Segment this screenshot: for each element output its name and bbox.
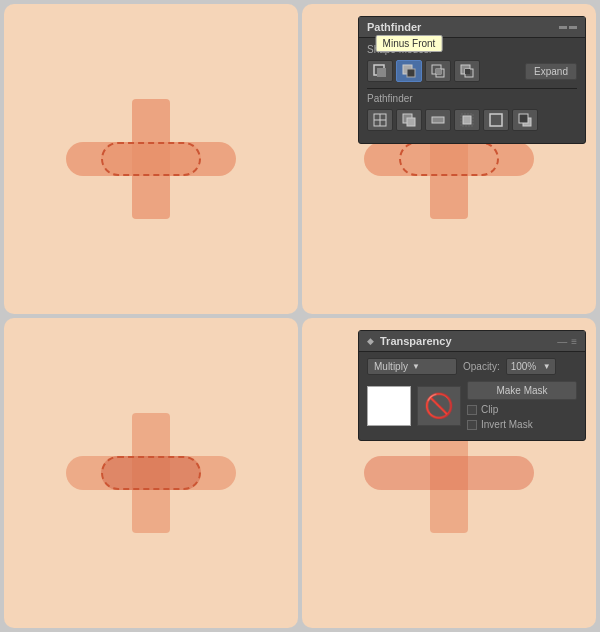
intersect-btn[interactable] <box>425 60 451 82</box>
svg-rect-6 <box>436 69 441 74</box>
outlined-shape-q3 <box>101 456 201 490</box>
transparency-panel-body: Multiply ▼ Opacity: 100% ▼ 🚫 Make Mask <box>359 352 585 440</box>
invert-mask-checkbox[interactable] <box>467 420 477 430</box>
transparency-panel: ◆ Transparency — ≡ Multiply ▼ Opacity: 1… <box>358 330 586 441</box>
pathfinder-panel: Pathfinder Shape Modes: Minus Front <box>358 16 586 144</box>
blend-opacity-row: Multiply ▼ Opacity: 100% ▼ <box>367 358 577 375</box>
no-mask-icon: 🚫 <box>424 392 454 420</box>
svg-rect-9 <box>465 69 470 74</box>
clip-checkbox[interactable] <box>467 405 477 415</box>
crop-btn[interactable] <box>454 109 480 131</box>
svg-rect-3 <box>407 69 415 77</box>
shape-illustration-q3 <box>66 413 236 533</box>
minus-front-tooltip: Minus Front <box>376 35 443 52</box>
mask-thumbnails-row: 🚫 Make Mask Clip Invert Mask <box>367 381 577 430</box>
layer-thumbnail <box>367 386 411 426</box>
svg-rect-14 <box>407 118 415 126</box>
quadrant-bottom-left <box>4 318 298 628</box>
horizontal-bar-q4 <box>364 456 534 490</box>
pathfinder-panel-body: Shape Modes: Minus Front Expand Pathfin <box>359 38 585 143</box>
outlined-shape-q2 <box>399 142 499 176</box>
opacity-label: Opacity: <box>463 361 500 372</box>
merge-btn[interactable] <box>425 109 451 131</box>
quadrant-top-left <box>4 4 298 314</box>
expand-button[interactable]: Expand <box>525 63 577 80</box>
panel-menu-icon[interactable]: ≡ <box>571 336 577 347</box>
exclude-btn[interactable] <box>454 60 480 82</box>
transparency-arrow-icon: ◆ <box>367 336 374 346</box>
pathfinder-panel-title: Pathfinder <box>367 21 421 33</box>
opacity-input[interactable]: 100% ▼ <box>506 358 556 375</box>
invert-mask-checkbox-row: Invert Mask <box>467 419 577 430</box>
shape-modes-row: Minus Front Expand <box>367 60 577 82</box>
panel-collapse-icon[interactable]: — <box>557 336 567 347</box>
svg-rect-18 <box>490 114 502 126</box>
invert-mask-label: Invert Mask <box>481 419 533 430</box>
svg-rect-15 <box>432 117 444 123</box>
transparency-controls: Make Mask Clip Invert Mask <box>467 381 577 430</box>
quadrant-top-right: Pathfinder Shape Modes: Minus Front <box>302 4 596 314</box>
panel-menu-dots[interactable] <box>559 26 577 29</box>
add-btn[interactable] <box>367 60 393 82</box>
quadrant-bottom-right: ◆ Transparency — ≡ Multiply ▼ Opacity: 1… <box>302 318 596 628</box>
minus-front-btn[interactable]: Minus Front <box>396 60 422 82</box>
clip-checkbox-row: Clip <box>467 404 577 415</box>
make-mask-button[interactable]: Make Mask <box>467 381 577 400</box>
trim-btn[interactable] <box>396 109 422 131</box>
mask-thumbnail: 🚫 <box>417 386 461 426</box>
panel-divider <box>367 88 577 89</box>
svg-rect-16 <box>463 116 471 124</box>
opacity-value: 100% <box>511 361 537 372</box>
blend-dropdown-arrow: ▼ <box>412 362 420 371</box>
shape-illustration-q1 <box>66 99 236 219</box>
blend-mode-dropdown[interactable]: Multiply ▼ <box>367 358 457 375</box>
pathfinder-label: Pathfinder <box>367 93 577 104</box>
svg-rect-20 <box>519 114 528 123</box>
clip-label: Clip <box>481 404 498 415</box>
pathfinder-row <box>367 109 577 131</box>
minus-back-btn[interactable] <box>512 109 538 131</box>
blend-mode-value: Multiply <box>374 361 408 372</box>
svg-rect-1 <box>377 68 386 77</box>
opacity-dropdown-arrow: ▼ <box>543 362 551 371</box>
transparency-panel-title: Transparency <box>380 335 452 347</box>
divide-btn[interactable] <box>367 109 393 131</box>
transparency-panel-header: ◆ Transparency — ≡ <box>359 331 585 352</box>
outline-btn[interactable] <box>483 109 509 131</box>
outlined-shape-q1 <box>101 142 201 176</box>
